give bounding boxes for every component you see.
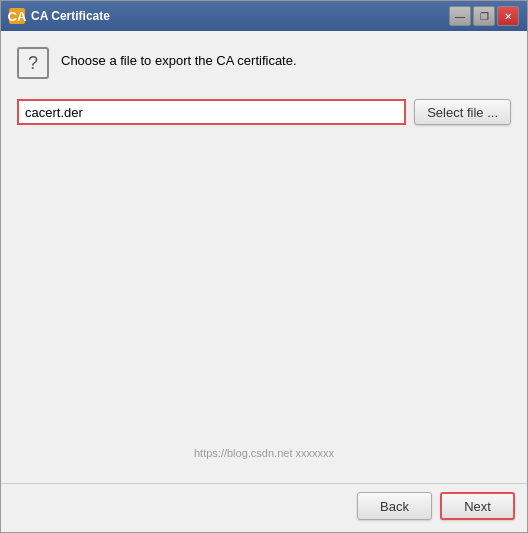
instruction-text: Choose a file to export the CA certifica… <box>61 47 297 68</box>
back-button[interactable]: Back <box>357 492 432 520</box>
restore-button[interactable]: ❐ <box>473 6 495 26</box>
spacer <box>17 141 511 447</box>
main-content: ? Choose a file to export the CA certifi… <box>1 31 527 483</box>
header-area: ? Choose a file to export the CA certifi… <box>17 47 511 79</box>
select-file-button[interactable]: Select file ... <box>414 99 511 125</box>
app-icon: CA <box>9 8 25 24</box>
file-path-input[interactable] <box>17 99 406 125</box>
titlebar-controls: — ❐ ✕ <box>449 6 519 26</box>
question-icon: ? <box>17 47 49 79</box>
minimize-button[interactable]: — <box>449 6 471 26</box>
footer: Back Next <box>1 483 527 532</box>
ca-certificate-window: CA CA Certificate — ❐ ✕ ? Choose a file … <box>0 0 528 533</box>
window-title: CA Certificate <box>31 9 110 23</box>
close-button[interactable]: ✕ <box>497 6 519 26</box>
titlebar: CA CA Certificate — ❐ ✕ <box>1 1 527 31</box>
watermark-text: https://blog.csdn.net xxxxxxx <box>17 447 511 459</box>
next-button[interactable]: Next <box>440 492 515 520</box>
titlebar-left: CA CA Certificate <box>9 8 110 24</box>
file-row: Select file ... <box>17 99 511 125</box>
